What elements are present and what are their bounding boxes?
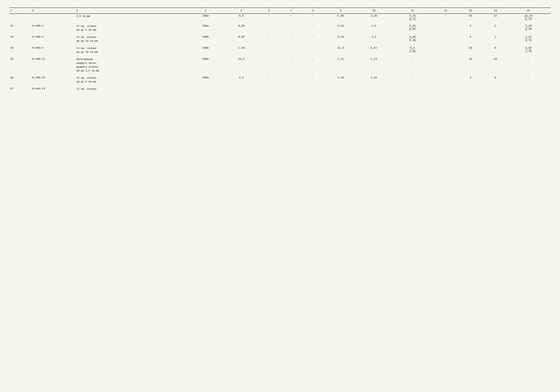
cell-col1: 35 (10, 55, 32, 73)
col-header-5: 5 (225, 8, 258, 14)
cell-col8: – (302, 73, 324, 84)
cell-col2: 8–409–II (32, 55, 76, 73)
cell-col12: – (435, 14, 457, 21)
cell-col15: – (506, 73, 550, 84)
cell-col8: – (302, 44, 324, 55)
cell-col4: I00м (186, 44, 225, 55)
cell-col10: I,26 (357, 73, 390, 84)
cell-col11: 2,330,7I (390, 14, 435, 21)
cell-col13: I8 (457, 44, 484, 55)
cell-col1: 32 (10, 21, 32, 32)
col-header-4: 4 (186, 8, 225, 14)
table-row: 358–409–IIЗатягиваниекаждого после-дующе… (10, 55, 550, 73)
cell-col10: 2,36 (357, 14, 390, 21)
cell-col14 (484, 84, 506, 92)
col-header-12: I2 (435, 8, 457, 14)
cell-col13: 3 (457, 73, 484, 84)
cell-col5: 2,5 (225, 73, 258, 84)
cell-col5 (225, 84, 258, 92)
cell-col12: – (435, 73, 457, 84)
cell-col6: – (258, 14, 280, 21)
cell-col11 (390, 84, 435, 92)
cell-col1: 33 (10, 32, 32, 44)
col-header-11: II (390, 8, 435, 14)
table-row: 378–409–I3То же, сечени- (10, 84, 550, 92)
cell-col11: – (390, 73, 435, 84)
cell-col6: – (258, 21, 280, 32)
col-header-13: I3 (457, 8, 484, 14)
col-header-7: 7 (280, 8, 302, 14)
cell-col6: – (258, 44, 280, 55)
cell-col13 (457, 84, 484, 92)
cell-col13: 3I (457, 55, 484, 73)
col-header-6: 6 (258, 8, 280, 14)
cell-col5: 9,5 (225, 14, 258, 21)
cell-col2: 8–409–I3 (32, 84, 76, 92)
cell-col11: 6,3I,85 (390, 44, 435, 55)
cell-col1 (10, 14, 32, 21)
cell-col10: I,I4 (357, 55, 390, 73)
cell-col5: 0,80 (225, 21, 258, 32)
cell-col7 (280, 84, 302, 92)
cell-col2: 8–409–I2 (32, 73, 76, 84)
cell-col3: То же, сечени-ем до I6 кв.мм (76, 32, 186, 44)
cell-col3: Затягиваниекаждого после-дующего сечени-… (76, 55, 186, 73)
cell-col10: 4,I (357, 32, 390, 44)
cell-col15: 2,280,70 (506, 21, 550, 32)
cell-col2: 8–409–2 (32, 21, 76, 32)
col-header-1: I (10, 8, 32, 14)
cell-col12: – (435, 44, 457, 55)
cell-col7: – (280, 21, 302, 32)
cell-col15: 2,420,73 (506, 32, 550, 44)
cell-col4 (186, 84, 225, 92)
table-row: 368–409–I2То же, сечени-ем до 6 кв.ммI00… (10, 73, 550, 84)
cell-col8: – (302, 55, 324, 73)
cell-col1: 36 (10, 73, 32, 84)
cell-col3: То же, сечени-ем до 35 кв.мм (76, 44, 186, 55)
table-row: 348–409–4То же, сечени-ем до 35 кв.ммI00… (10, 44, 550, 55)
cell-col3: То же, сечени- (76, 84, 186, 92)
cell-col10: 2,9 (357, 21, 390, 32)
cell-col6: – (258, 55, 280, 73)
cell-col6: – (258, 73, 280, 84)
cell-col4: I00м (186, 14, 225, 21)
col-header-8: 8 (302, 8, 324, 14)
cell-col8 (302, 84, 324, 92)
cell-col9: 6,02 (324, 21, 357, 32)
cell-col3: То же, сечени-ем до 6 кв.мм (76, 73, 186, 84)
cell-col13: 5 (457, 21, 484, 32)
cell-col11: 4,84I,46 (390, 32, 435, 44)
cell-col15: 9,452,78 (506, 44, 550, 55)
cell-col8: – (302, 32, 324, 44)
cell-col1: 34 (10, 44, 32, 55)
cell-col12: – (435, 21, 457, 32)
cell-col14: 2 (484, 32, 506, 44)
cell-col15: 22,I46,75 (506, 14, 550, 21)
col-header-15: I5 (506, 8, 550, 14)
cell-col7: – (280, 55, 302, 73)
col-header-3: 3 (76, 8, 186, 14)
cell-col9: 4,88 (324, 14, 357, 21)
col-header-14: I4 (484, 8, 506, 14)
cell-col7: – (280, 14, 302, 21)
column-headers: I23456789IOIII2I3I4I5 (10, 8, 550, 14)
cell-col14: 2 (484, 21, 506, 32)
cell-col7: – (280, 44, 302, 55)
cell-col15 (506, 84, 550, 92)
cell-col3: 2,5 кв.мм (76, 14, 186, 21)
cell-col14: 29 (484, 55, 506, 73)
cell-col4: I00м (186, 73, 225, 84)
cell-col13: 5 (457, 32, 484, 44)
cell-col10: 5,5I (357, 44, 390, 55)
cell-col1: 37 (10, 84, 32, 92)
cell-col11: 2,850,87 (390, 21, 435, 32)
cell-col2: 8–409–3 (32, 32, 76, 44)
cell-col12: – (435, 55, 457, 73)
col-header-10: IO (357, 8, 390, 14)
cell-col4: I00м (186, 21, 225, 32)
cell-col4: I00м (186, 55, 225, 73)
cell-col7: – (280, 32, 302, 44)
cell-col14: 22 (484, 14, 506, 21)
cell-col7: – (280, 73, 302, 84)
cell-col8: – (302, 14, 324, 21)
